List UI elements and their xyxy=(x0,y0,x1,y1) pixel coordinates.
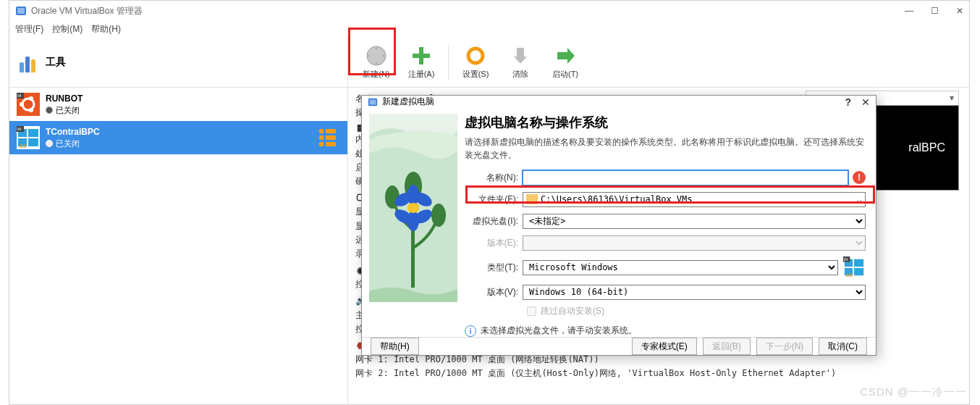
info-icon: i xyxy=(465,325,476,337)
type-select[interactable]: Microsoft Windows xyxy=(523,260,838,275)
maximize-button[interactable]: ☐ xyxy=(931,6,939,16)
gear-icon xyxy=(464,44,487,67)
iso-select[interactable]: <未指定> xyxy=(523,214,866,229)
folder-value: C:\Users\86136\VirtualBox VMs xyxy=(541,194,853,204)
add-icon xyxy=(410,44,433,67)
power-off-icon xyxy=(46,140,53,147)
minimize-button[interactable]: — xyxy=(905,6,913,16)
menu-control[interactable]: 控制(M) xyxy=(52,23,83,36)
warning-icon: ! xyxy=(853,171,866,184)
svg-rect-1 xyxy=(17,8,25,14)
preview-collapse-icon[interactable]: ▾ xyxy=(950,91,954,105)
edition-select xyxy=(523,235,866,251)
virtualbox-icon xyxy=(368,97,378,107)
new-vm-dialog: 新建虚拟电脑 ? ✕ xyxy=(361,95,876,356)
ubuntu-icon: 64 xyxy=(17,93,40,116)
svg-rect-39 xyxy=(854,259,863,267)
menu-manage[interactable]: 管理(F) xyxy=(15,23,43,36)
start-icon xyxy=(554,44,577,67)
svg-text:64: 64 xyxy=(17,127,22,131)
svg-rect-23 xyxy=(370,99,376,104)
power-off-icon xyxy=(46,107,53,114)
label-iso: 虚拟光盘(I): xyxy=(465,215,523,227)
svg-point-27 xyxy=(431,204,446,227)
chevron-down-icon: ⌄ xyxy=(853,194,865,204)
close-button[interactable]: ✕ xyxy=(956,6,963,16)
titlebar: Oracle VM VirtualBox 管理器 — ☐ ✕ xyxy=(9,1,969,21)
watermark: CSDN @一一冷一一 xyxy=(860,385,967,399)
svg-rect-41 xyxy=(854,268,863,275)
back-button: 返回(B) xyxy=(703,338,751,355)
next-button: 下一步(N) xyxy=(756,338,814,355)
svg-point-9 xyxy=(20,102,24,107)
dialog-title: 新建虚拟电脑 xyxy=(382,96,845,108)
svg-point-11 xyxy=(29,108,33,112)
window-controls: — ☐ ✕ xyxy=(905,6,963,16)
svg-point-10 xyxy=(29,96,33,101)
svg-rect-4 xyxy=(413,54,430,58)
label-folder: 文件夹(F): xyxy=(465,193,523,206)
discard-button[interactable]: 清除 xyxy=(499,40,541,85)
svg-text:10: 10 xyxy=(846,272,852,278)
svg-text:64: 64 xyxy=(844,258,848,262)
detail-net2: 网卡 2: Intel PRO/1000 MT 桌面 (仅主机(Host-Onl… xyxy=(355,367,962,380)
windows-icon: 6410 xyxy=(17,126,40,149)
discard-icon xyxy=(509,44,532,67)
wizard-form: 虚拟电脑名称与操作系统 请选择新虚拟电脑的描述名称及要安装的操作系统类型。此名称… xyxy=(465,114,866,337)
tools-icon xyxy=(20,52,40,72)
tools-panel-header[interactable]: 工具 xyxy=(9,37,348,87)
menubar: 管理(F) 控制(M) 帮助(H) xyxy=(9,21,969,37)
wizard-heading: 虚拟电脑名称与操作系统 xyxy=(465,114,866,131)
vm-name: TContralBPC xyxy=(46,127,100,138)
label-version: 版本(V): xyxy=(465,286,523,298)
label-edition: 版本(E): xyxy=(465,237,523,249)
vm-list: 64 RUNBOT 已关闭 6410 TContralBPC 已关闭 xyxy=(9,88,348,404)
name-input[interactable] xyxy=(523,170,848,185)
cancel-button[interactable]: 取消(C) xyxy=(819,338,867,355)
folder-icon xyxy=(526,194,538,204)
help-button[interactable]: 帮助(H) xyxy=(371,338,419,355)
vm-state: 已关闭 xyxy=(46,138,100,149)
wizard-illustration xyxy=(369,114,457,302)
vm-item-menu-icon[interactable] xyxy=(319,129,336,146)
vm-item-tcontralbpc[interactable]: 6410 TContralBPC 已关闭 xyxy=(9,121,347,154)
svg-point-36 xyxy=(408,203,418,213)
new-icon xyxy=(365,44,388,67)
info-text: 未选择虚拟光盘文件，请手动安装系统。 xyxy=(481,325,637,337)
vm-item-runbot[interactable]: 64 RUNBOT 已关闭 xyxy=(9,88,347,121)
version-select[interactable]: Windows 10 (64-bit) xyxy=(523,285,866,300)
svg-rect-16 xyxy=(28,129,38,137)
settings-button[interactable]: 设置(S) xyxy=(455,40,497,85)
dialog-footer: 帮助(H) 专家模式(E) 返回(B) 下一步(N) 取消(C) xyxy=(362,337,876,355)
start-button[interactable]: 启动(T) xyxy=(544,40,586,85)
tool-row: 工具 新建(N) 注册(A) 设置(S) xyxy=(9,37,969,88)
skip-unattended-label: 跳过自动安装(S) xyxy=(541,305,604,317)
dialog-close-button[interactable]: ✕ xyxy=(861,96,870,108)
vm-name: RUNBOT xyxy=(46,93,83,105)
label-name: 名称(N): xyxy=(465,172,523,184)
dialog-titlebar: 新建虚拟电脑 ? ✕ xyxy=(362,96,876,108)
svg-point-6 xyxy=(473,53,478,59)
folder-combo[interactable]: C:\Users\86136\VirtualBox VMs ⌄ xyxy=(523,192,866,207)
add-vm-button[interactable]: 注册(A) xyxy=(400,40,442,85)
menu-help[interactable]: 帮助(H) xyxy=(91,23,121,36)
expert-mode-button[interactable]: 专家模式(E) xyxy=(632,338,697,355)
virtualbox-icon xyxy=(15,5,27,17)
skip-unattended-checkbox xyxy=(527,306,536,316)
dialog-help-button[interactable]: ? xyxy=(845,96,851,108)
main-toolbar: 新建(N) 注册(A) 设置(S) 清除 xyxy=(348,37,969,87)
svg-text:64: 64 xyxy=(17,93,22,98)
svg-rect-18 xyxy=(28,138,38,146)
window-title: Oracle VM VirtualBox 管理器 xyxy=(31,5,905,17)
vm-state: 已关闭 xyxy=(46,105,83,115)
tools-label: 工具 xyxy=(46,56,66,69)
new-vm-button[interactable]: 新建(N) xyxy=(355,40,397,85)
os-type-icon: 6410 xyxy=(842,256,866,279)
wizard-description: 请选择新虚拟电脑的描述名称及要安装的操作系统类型。此名称将用于标识此虚拟电脑。还… xyxy=(465,135,866,162)
toolbar-separator xyxy=(448,45,449,80)
svg-text:10: 10 xyxy=(20,143,26,149)
label-type: 类型(T): xyxy=(465,262,523,274)
